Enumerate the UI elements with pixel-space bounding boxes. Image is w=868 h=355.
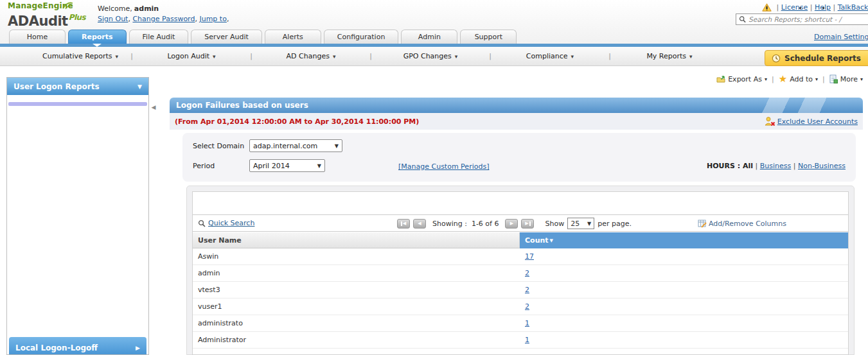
subnav-item-label: AD Changes bbox=[287, 52, 330, 60]
tab-label: Admin bbox=[418, 33, 441, 41]
report-date-row: (From Apr 01,2014 12:00:00 AM to Apr 30,… bbox=[170, 113, 863, 130]
sidebar-report-item[interactable] bbox=[7, 98, 148, 101]
exclude-user-icon bbox=[765, 116, 775, 126]
welcome-prefix: Welcome, bbox=[98, 4, 132, 13]
bar-glyph bbox=[401, 221, 402, 226]
main-tab[interactable]: Server Audit bbox=[191, 30, 261, 44]
top-link[interactable]: TalkBack bbox=[838, 3, 868, 12]
count-cell: 1 bbox=[520, 336, 848, 344]
main-tab[interactable]: Alerts bbox=[265, 30, 321, 44]
tab-label: Alerts bbox=[283, 33, 303, 41]
arrow-right-icon: ▶ bbox=[136, 345, 140, 351]
caret-down-icon: ▾ bbox=[860, 76, 863, 82]
hours-filter-link[interactable]: Business bbox=[760, 162, 792, 170]
report-table-panel: Quick Search ◀ ◀ Showing : 1-6 of 6 ▶ ▶ … bbox=[186, 186, 855, 355]
quick-search-link[interactable]: Quick Search bbox=[208, 219, 254, 227]
page-size-select[interactable]: 25 ▼ bbox=[567, 218, 594, 229]
first-page-button[interactable]: ◀ bbox=[397, 219, 410, 229]
add-remove-columns[interactable]: Add/Remove Columns bbox=[698, 219, 786, 228]
domain-select[interactable]: adap.internal.com ▼ bbox=[249, 139, 342, 152]
subnav-item[interactable]: GPO Changes▾ bbox=[371, 52, 490, 60]
exclude-user-accounts-link[interactable]: Exclude User Accounts bbox=[777, 117, 858, 126]
main-tab[interactable]: Reports bbox=[68, 30, 127, 44]
domain-select-value: adap.internal.com bbox=[253, 142, 317, 150]
bar-glyph bbox=[529, 221, 531, 226]
active-tab-notch bbox=[93, 44, 102, 47]
schedule-reports-button[interactable]: Schedule Reports bbox=[765, 50, 868, 66]
hours-all-label: HOURS : All bbox=[707, 162, 753, 170]
subnav-item-label: Compliance bbox=[526, 52, 568, 60]
subnav-item-label: GPO Changes bbox=[403, 52, 452, 60]
prev-page-button[interactable]: ◀ bbox=[413, 219, 426, 229]
count-cell: 17 bbox=[520, 252, 848, 261]
user-link[interactable]: Jump to bbox=[199, 15, 226, 23]
main-tab[interactable]: Configuration bbox=[324, 30, 399, 44]
subnav-item[interactable]: My Reports▾ bbox=[610, 52, 729, 60]
user-links: Sign OutChange PasswordJump to bbox=[98, 15, 231, 23]
table-row: administrato 1 bbox=[193, 315, 848, 332]
table-row: vuser1 2 bbox=[193, 299, 848, 315]
report-table: Quick Search ◀ ◀ Showing : 1-6 of 6 ▶ ▶ … bbox=[192, 191, 849, 355]
count-link[interactable]: 17 bbox=[525, 252, 534, 261]
sidebar-collapse-handle[interactable]: ◀ bbox=[150, 98, 157, 116]
search-icon bbox=[198, 220, 206, 227]
count-link[interactable]: 2 bbox=[525, 269, 529, 277]
user-link-item: Change Password bbox=[132, 15, 199, 23]
domain-settings-link[interactable]: Domain Settings bbox=[814, 33, 868, 41]
main-tab[interactable]: File Audit bbox=[129, 30, 189, 44]
sidebar-user-logon-reports: User Logon Reports ▼ Local Logon-Logoff … bbox=[6, 77, 149, 355]
report-title: Logon Failures based on users bbox=[176, 101, 308, 110]
product-name: ADAuditPlus bbox=[8, 10, 85, 28]
subnav-item[interactable]: Cumulative Reports▾ bbox=[29, 52, 132, 60]
add-to-button[interactable]: ★ Add to ▾ bbox=[779, 75, 818, 83]
export-as-label: Export As bbox=[728, 75, 762, 83]
sidebar-header[interactable]: User Logon Reports ▼ bbox=[7, 78, 148, 95]
last-page-button[interactable]: ▶ bbox=[521, 219, 534, 229]
sidebar-report-item[interactable] bbox=[8, 102, 147, 106]
count-cell: 2 bbox=[520, 269, 848, 277]
more-button[interactable]: More ▾ bbox=[829, 74, 863, 83]
more-label: More bbox=[840, 75, 858, 83]
report-actions: Export As ▾ ★ Add to ▾ More ▾ bbox=[716, 74, 863, 83]
count-link[interactable]: 2 bbox=[525, 302, 529, 311]
caret-down-icon: ▼ bbox=[317, 163, 321, 169]
hours-filter-link[interactable]: Non-Business bbox=[798, 162, 846, 170]
top-link[interactable]: License bbox=[781, 3, 808, 12]
main-tab[interactable]: Support bbox=[460, 30, 517, 44]
export-as-button[interactable]: Export As ▾ bbox=[716, 75, 767, 83]
main-tab[interactable]: Home bbox=[9, 30, 66, 44]
caret-down-icon: ▼ bbox=[137, 83, 142, 90]
caret-down-icon: ▾ bbox=[815, 76, 818, 82]
column-header-user-name[interactable]: User Name bbox=[193, 232, 520, 248]
showing-text: Showing : 1-6 of 6 bbox=[432, 220, 499, 228]
user-link[interactable]: Sign Out bbox=[98, 15, 128, 23]
period-row: Period April 2014 ▼ bbox=[193, 159, 325, 172]
next-page-button[interactable]: ▶ bbox=[505, 219, 518, 229]
count-link[interactable]: 1 bbox=[525, 336, 529, 344]
main-tab[interactable]: Admin bbox=[401, 30, 457, 44]
sidebar-section-local-logon-logoff[interactable]: Local Logon-Logoff ▶ bbox=[9, 337, 146, 355]
tab-label: Home bbox=[27, 33, 48, 41]
search-box bbox=[736, 13, 868, 25]
sidebar-report-item[interactable] bbox=[7, 153, 148, 157]
caret-down-icon: ▾ bbox=[765, 76, 767, 82]
column-header-count[interactable]: Count ▼ bbox=[520, 232, 848, 248]
subnav-item[interactable]: AD Changes▾ bbox=[251, 52, 371, 60]
page-prev-icon: ◀ bbox=[418, 221, 421, 226]
period-select[interactable]: April 2014 ▼ bbox=[249, 159, 325, 172]
subnav-item[interactable]: Compliance▾ bbox=[490, 52, 610, 60]
user-link-item: Sign Out bbox=[98, 15, 132, 23]
columns-edit-icon bbox=[698, 219, 707, 228]
page-next-icon: ▶ bbox=[525, 221, 528, 226]
manage-custom-periods-link[interactable]: [Manage Custom Periods] bbox=[398, 162, 489, 171]
count-link[interactable]: 1 bbox=[525, 319, 529, 327]
search-input[interactable] bbox=[748, 15, 868, 23]
subnav-item[interactable]: Logon Audit▾ bbox=[132, 52, 251, 60]
user-name-cell: vtest3 bbox=[193, 286, 520, 294]
search-icon bbox=[739, 15, 746, 23]
user-link[interactable]: Change Password bbox=[132, 15, 195, 23]
caret-down-icon: ▼ bbox=[587, 221, 591, 227]
sidebar-section-label: Local Logon-Logoff bbox=[15, 343, 98, 352]
count-link[interactable]: 2 bbox=[525, 286, 529, 294]
username: admin bbox=[134, 4, 159, 13]
